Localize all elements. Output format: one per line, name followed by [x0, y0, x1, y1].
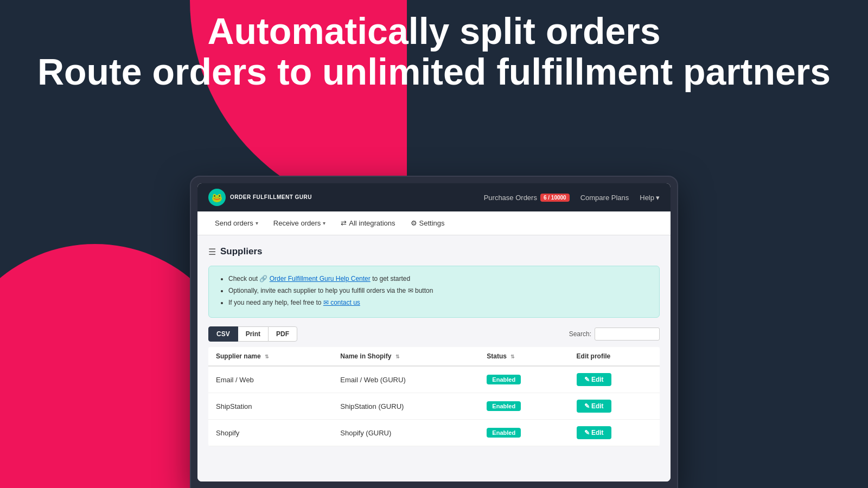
status-badge-1: Enabled	[487, 401, 521, 411]
edit-button-1[interactable]: ✎ Edit	[577, 400, 611, 413]
search-input[interactable]	[595, 328, 660, 341]
sort-icon-shopify[interactable]: ⇅	[395, 354, 400, 359]
page-title: Suppliers	[220, 246, 262, 257]
laptop-body: 🐸 ORDER FULFILLMENT GURU Purchase Orders…	[190, 176, 678, 488]
headline-section: Automatically split orders Route orders …	[0, 11, 868, 92]
receive-orders-chevron-icon: ▾	[323, 220, 326, 226]
logo-icon: 🐸	[208, 189, 226, 206]
info-item-1: Check out 🔗 Order Fulfillment Guru Help …	[228, 274, 649, 284]
table-controls: CSV Print PDF Search:	[208, 326, 660, 342]
cell-edit-0: ✎ Edit	[569, 366, 660, 393]
contact-us-link[interactable]: ✉ contact us	[323, 299, 360, 306]
all-integrations-label: All integrations	[349, 219, 395, 227]
integrations-icon: ⇄	[341, 219, 347, 227]
cell-status-0: Enabled	[479, 366, 569, 393]
laptop-mockup: 🐸 ORDER FULFILLMENT GURU Purchase Orders…	[190, 176, 678, 488]
cell-edit-2: ✎ Edit	[569, 420, 660, 446]
suppliers-icon: ☰	[208, 247, 216, 257]
help-link[interactable]: Help ▾	[640, 194, 660, 202]
col-edit-profile: Edit profile	[569, 347, 660, 366]
print-button[interactable]: Print	[238, 326, 268, 342]
app-subnav: Send orders ▾ Receive orders ▾ ⇄ All int…	[197, 211, 671, 235]
search-box: Search:	[569, 328, 660, 341]
headline-line1: Automatically split orders	[0, 11, 868, 52]
page-title-bar: ☰ Suppliers	[208, 246, 660, 257]
cell-supplier-name-2: Shopify	[208, 420, 333, 446]
headline-line2: Route orders to unlimited fulfillment pa…	[0, 52, 868, 92]
edit-button-2[interactable]: ✎ Edit	[577, 426, 611, 439]
table-row: Email / Web Email / Web (GURU) Enabled ✎…	[208, 366, 660, 393]
col-status: Status ⇅	[479, 347, 569, 366]
info-list: Check out 🔗 Order Fulfillment Guru Help …	[219, 274, 649, 307]
settings-icon: ⚙	[411, 219, 417, 227]
table-row: ShipStation ShipStation (GURU) Enabled ✎…	[208, 393, 660, 420]
send-orders-chevron-icon: ▾	[256, 220, 258, 226]
app-logo: 🐸 ORDER FULFILLMENT GURU	[208, 189, 312, 206]
cell-edit-1: ✎ Edit	[569, 393, 660, 420]
subnav-receive-orders[interactable]: Receive orders ▾	[267, 215, 332, 232]
app-navbar: 🐸 ORDER FULFILLMENT GURU Purchase Orders…	[197, 183, 671, 211]
cell-name-in-shopify-0: Email / Web (GURU)	[333, 366, 479, 393]
subnav-settings[interactable]: ⚙ Settings	[404, 215, 451, 232]
table-body: Email / Web Email / Web (GURU) Enabled ✎…	[208, 366, 660, 446]
csv-button[interactable]: CSV	[208, 326, 238, 342]
send-orders-label: Send orders	[215, 219, 253, 227]
info-box: Check out 🔗 Order Fulfillment Guru Help …	[208, 266, 660, 318]
search-label: Search:	[569, 330, 591, 338]
status-badge-0: Enabled	[487, 375, 521, 384]
help-center-link[interactable]: Order Fulfillment Guru Help Center	[270, 275, 371, 282]
subnav-send-orders[interactable]: Send orders ▾	[208, 215, 265, 232]
cell-supplier-name-1: ShipStation	[208, 393, 333, 420]
cell-status-1: Enabled	[479, 393, 569, 420]
table-header-row: Supplier name ⇅ Name in Shopify ⇅ Status…	[208, 347, 660, 366]
purchase-orders-label: Purchase Orders	[484, 194, 537, 202]
laptop-screen: 🐸 ORDER FULFILLMENT GURU Purchase Orders…	[197, 183, 671, 481]
nav-right: Purchase Orders 6 / 10000 Compare Plans …	[484, 194, 660, 202]
app-content: ☰ Suppliers Check out 🔗 Order Fulfillmen…	[197, 235, 671, 481]
sort-icon-supplier[interactable]: ⇅	[265, 354, 269, 359]
info-item-2: Optionally, invite each supplier to help…	[228, 286, 649, 296]
cell-supplier-name-0: Email / Web	[208, 366, 333, 393]
cell-status-2: Enabled	[479, 420, 569, 446]
compare-plans-link[interactable]: Compare Plans	[580, 194, 629, 202]
info-item-3: If you need any help, feel free to ✉ con…	[228, 298, 649, 307]
help-label: Help	[640, 194, 654, 202]
help-chevron-icon: ▾	[656, 194, 660, 202]
receive-orders-label: Receive orders	[273, 219, 321, 227]
col-name-in-shopify: Name in Shopify ⇅	[333, 347, 479, 366]
table-row: Shopify Shopify (GURU) Enabled ✎ Edit	[208, 420, 660, 446]
status-badge-2: Enabled	[487, 428, 521, 438]
sort-icon-status[interactable]: ⇅	[510, 354, 515, 359]
cell-name-in-shopify-1: ShipStation (GURU)	[333, 393, 479, 420]
col-supplier-name: Supplier name ⇅	[208, 347, 333, 366]
suppliers-table: Supplier name ⇅ Name in Shopify ⇅ Status…	[208, 347, 660, 446]
cell-name-in-shopify-2: Shopify (GURU)	[333, 420, 479, 446]
external-link-icon: 🔗	[259, 275, 267, 282]
edit-button-0[interactable]: ✎ Edit	[577, 373, 611, 386]
logo-text: ORDER FULFILLMENT GURU	[230, 194, 312, 201]
pdf-button[interactable]: PDF	[268, 326, 297, 342]
purchase-orders-button[interactable]: Purchase Orders 6 / 10000	[484, 194, 570, 202]
settings-label: Settings	[419, 219, 445, 227]
export-buttons: CSV Print PDF	[208, 326, 297, 342]
purchase-orders-badge: 6 / 10000	[540, 194, 570, 202]
subnav-all-integrations[interactable]: ⇄ All integrations	[334, 215, 401, 232]
